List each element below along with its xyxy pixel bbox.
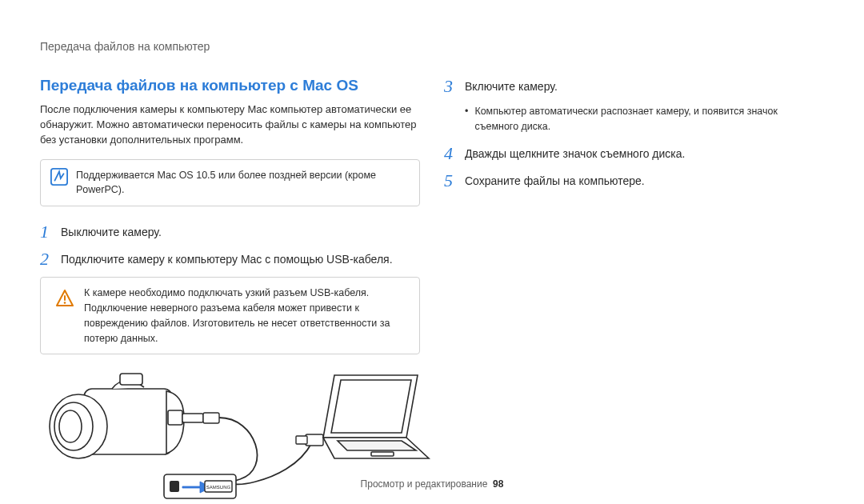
step-number: 4 [444, 144, 465, 163]
svg-rect-7 [120, 374, 142, 385]
svg-rect-12 [296, 436, 307, 444]
step-text: Подключите камеру к компьютеру Mac с пом… [61, 250, 393, 268]
info-note-text: Поддерживается Mac OS 10.5 или более поз… [76, 170, 376, 196]
breadcrumb: Передача файлов на компьютер [40, 40, 824, 53]
warning-icon [55, 289, 74, 308]
step-number: 1 [40, 222, 61, 242]
svg-point-6 [59, 410, 82, 442]
intro-paragraph: После подключения камеры к компьютеру Ma… [40, 102, 420, 148]
svg-rect-11 [306, 434, 323, 446]
warning-text: К камере необходимо подключать узкий раз… [84, 287, 390, 343]
sub-bullet-text: Компьютер автоматически распознает камер… [474, 104, 824, 134]
footer-section: Просмотр и редактирование [361, 478, 488, 490]
svg-rect-10 [203, 413, 219, 423]
svg-rect-8 [168, 410, 182, 425]
step-text: Включите камеру. [465, 77, 558, 95]
left-column: Передача файлов на компьютер с Mac OS По… [40, 77, 420, 504]
step-text: Дважды щелкните значок съемного диска. [465, 144, 685, 162]
step-4: 4 Дважды щелкните значок съемного диска. [444, 144, 824, 163]
step-text: Выключите камеру. [61, 222, 162, 241]
step-5: 5 Сохраните файлы на компьютере. [444, 171, 824, 190]
right-column: 3 Включите камеру. Компьютер автоматичес… [444, 77, 824, 504]
page-number: 98 [493, 478, 503, 490]
step-2: 2 Подключите камеру к компьютеру Mac с п… [40, 250, 420, 269]
step-3-sub: Компьютер автоматически распознает камер… [465, 104, 824, 134]
step-1: 1 Выключите камеру. [40, 222, 420, 242]
page-footer: Просмотр и редактирование 98 [0, 478, 864, 490]
section-title: Передача файлов на компьютер с Mac OS [40, 77, 420, 94]
svg-point-2 [64, 302, 66, 305]
step-3: 3 Включите камеру. [444, 77, 824, 96]
info-icon [50, 168, 68, 186]
svg-rect-9 [182, 414, 203, 422]
svg-rect-13 [371, 452, 394, 456]
warning-box: К камере необходимо подключать узкий раз… [40, 277, 420, 354]
step-number: 5 [444, 171, 465, 190]
content-columns: Передача файлов на компьютер с Mac OS По… [40, 77, 824, 504]
step-number: 2 [40, 250, 61, 269]
info-note-box: Поддерживается Mac OS 10.5 или более поз… [40, 159, 420, 207]
step-number: 3 [444, 77, 465, 96]
step-text: Сохраните файлы на компьютере. [465, 171, 645, 190]
